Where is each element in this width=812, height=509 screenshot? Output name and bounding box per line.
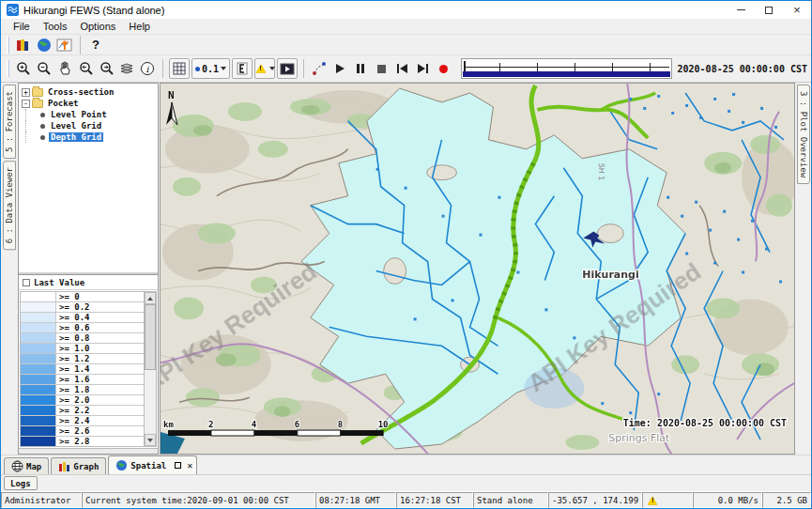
legend-hscrollbar[interactable] [19,448,158,454]
svg-text:10: 10 [378,420,389,429]
maximize-button[interactable] [755,1,783,19]
scroll-down-icon[interactable] [145,434,156,446]
legend-row: >= 2.2 [21,406,144,416]
zoom-previous-icon[interactable] [75,58,96,79]
legend-color-swatch [21,385,56,394]
scrollbar-thumb[interactable] [145,304,156,370]
tree-item-label[interactable]: Level Point [49,110,109,119]
zoom-in-icon[interactable] [13,58,34,79]
pause-button[interactable] [350,58,371,79]
scroll-up-icon[interactable] [145,292,156,304]
legend-class-label: >= 1.0 [56,344,144,353]
menu-options[interactable]: Options [73,20,122,33]
legend-list: >= 0>= 0.2>= 0.4>= 0.6>= 0.8>= 1.0>= 1.2… [21,292,144,446]
legend-header: Last Value [19,275,158,290]
legend-row: >= 2.0 [21,395,144,406]
legend-color-swatch [21,375,56,384]
chevron-down-icon [269,67,275,70]
reports-icon[interactable] [13,35,34,55]
menu-help[interactable]: Help [122,20,157,33]
legend-color-swatch [21,437,56,446]
tab-graph[interactable]: Graph [51,457,106,474]
tree-item-label[interactable]: Level Grid [49,121,103,131]
legend-color-swatch [21,302,56,312]
close-button[interactable]: × [783,1,811,19]
legend-row: >= 1.4 [21,364,144,375]
elevation-scale-icon[interactable] [232,58,253,79]
record-button[interactable] [433,58,453,79]
close-panel-icon[interactable]: ✕ [187,460,192,470]
tab-spatial[interactable]: Spatial ✕ [108,455,197,474]
tab-map[interactable]: Map [4,457,49,474]
legend-class-label: >= 0.8 [56,333,144,343]
pan-icon[interactable] [54,58,75,79]
legend-class-label: >= 0.2 [56,302,144,312]
first-frame-button[interactable] [391,58,412,79]
logs-row: Logs [1,474,811,491]
help-icon[interactable]: ? [85,35,106,55]
legend-color-swatch [21,313,56,322]
app-window: Hikurangi FEWS (Stand alone) × File Tool… [0,0,812,509]
animation-movie-icon[interactable] [277,58,298,79]
menu-tools[interactable]: Tools [37,20,74,33]
tree-item-pocket[interactable]: -Pocket [21,98,158,109]
time-slider[interactable] [461,58,671,79]
minimize-button[interactable] [727,1,755,19]
svg-text:km: km [163,420,174,429]
tree-item-label[interactable]: Pocket [46,99,81,108]
folder-icon [32,100,43,108]
tree-item-level-point[interactable]: Level Point [21,109,158,120]
status-local-time: 16:27:18 CST [396,492,473,508]
tree-panel[interactable]: +Cross-section-PocketLevel PointLevel Gr… [19,84,158,274]
layers-icon[interactable] [116,58,137,79]
expander-icon[interactable]: + [22,88,30,97]
tab-forecast[interactable]: 5 : Forecast [3,85,16,159]
legend-class-label: >= 0.6 [56,323,144,332]
class-interval-dropdown[interactable]: 0.1 [192,58,230,79]
legend-color-swatch [21,395,56,405]
legend-row: >= 2.4 [21,416,144,426]
timeseries-chart-icon[interactable] [54,35,75,55]
status-memory[interactable]: 2.5 GB [762,492,811,508]
tree-item-depth-grid[interactable]: Depth Grid [21,131,158,143]
zoom-next-icon[interactable] [96,58,116,79]
legend-panel: Last Value >= 0>= 0.2>= 0.4>= 0.6>= 0.8>… [19,274,158,454]
window-title: Hikurangi FEWS (Stand alone) [23,5,164,16]
tree-item-level-grid[interactable]: Level Grid [21,120,158,131]
legend-row: >= 0.4 [21,313,144,323]
legend-class-label: >= 1.8 [56,385,144,394]
last-frame-button[interactable] [412,58,433,79]
expander-icon[interactable]: - [22,100,30,108]
tab-plot-overview[interactable]: 3 : Plot Overview [797,85,810,184]
maximize-panel-icon[interactable] [175,462,181,469]
zoom-out-icon[interactable] [34,58,54,79]
globe-explorer-icon[interactable] [34,35,54,55]
tab-data-viewer[interactable]: 6 : Data Viewer [3,161,16,250]
tree-item-label[interactable]: Cross-section [46,87,115,97]
tree-item-label[interactable]: Depth Grid [49,132,103,142]
play-button[interactable] [329,58,350,79]
map-view[interactable]: API Key Required API Key Required Hikura… [160,83,795,455]
status-gmt-time: 08:27:18 GMT [315,492,396,508]
data-viewer-panel: +Cross-section-PocketLevel PointLevel Gr… [18,83,159,455]
menubar: File Tools Options Help [1,19,811,35]
legend-class-label: >= 1.6 [56,375,144,384]
legend-color-swatch [21,416,56,425]
legend-row: >= 1.0 [21,344,144,354]
legend-row: >= 0 [21,292,144,302]
logs-button[interactable]: Logs [4,476,38,490]
menu-file[interactable]: File [7,20,37,33]
svg-text:8: 8 [338,420,343,429]
info-icon[interactable]: i [137,58,158,79]
stop-button[interactable] [371,58,391,79]
last-value-checkbox[interactable] [23,279,30,286]
map-canvas[interactable]: API Key Required API Key Required Hikura… [161,84,794,454]
tree-item-cross-section[interactable]: +Cross-section [21,86,158,98]
profile-route-icon[interactable] [309,58,329,79]
thresholds-warning-dropdown[interactable] [254,58,275,79]
legend-color-swatch [21,292,56,301]
svg-text:SH 1: SH 1 [597,163,605,181]
grid-display-icon[interactable] [169,58,190,79]
legend-scrollbar[interactable] [144,292,156,446]
status-warning[interactable] [642,492,693,508]
